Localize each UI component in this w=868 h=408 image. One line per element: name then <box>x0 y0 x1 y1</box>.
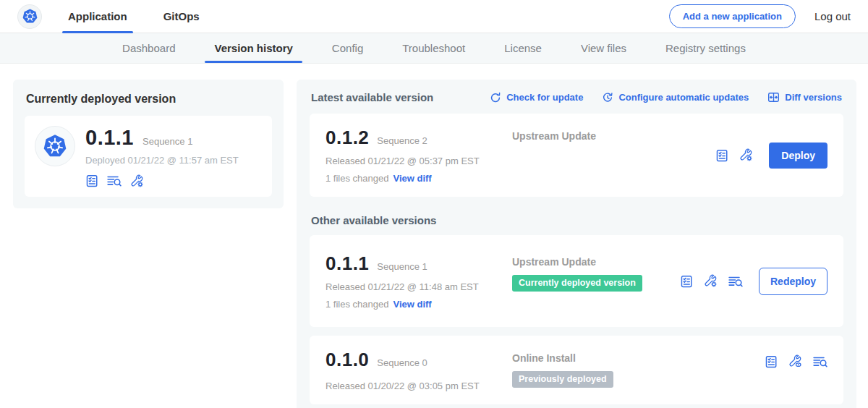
sequence-label: Sequence 2 <box>377 135 427 146</box>
preflight-checklist-icon[interactable] <box>85 174 98 188</box>
top-navbar: Application GitOps Add a new application… <box>0 0 868 33</box>
version-number: 0.1.1 <box>326 252 369 275</box>
diff-versions-link[interactable]: Diff versions <box>767 91 842 103</box>
version-number: 0.1.2 <box>326 127 369 149</box>
deployed-timestamp: Deployed 01/21/22 @ 11:57 am EST <box>85 155 239 166</box>
app-subnav: Dashboard Version history Config Trouble… <box>0 33 868 64</box>
subnav-tab-license[interactable]: License <box>485 33 561 63</box>
subnav-tab-troubleshoot[interactable]: Troubleshoot <box>383 33 485 63</box>
clock-refresh-icon <box>602 92 613 103</box>
wrench-eye-view-config-icon[interactable] <box>788 354 802 368</box>
view-diff-link[interactable]: View diff <box>393 173 431 184</box>
diff-icon <box>767 91 780 103</box>
subnav-tab-view-files[interactable]: View files <box>561 33 646 63</box>
deploy-logs-icon[interactable] <box>107 174 122 188</box>
version-source-label: Upstream Update <box>512 130 715 142</box>
released-timestamp: Released 01/21/22 @ 11:48 am EST <box>326 281 512 292</box>
main-content: Currently deployed version 0.1.1 Sequenc… <box>0 64 868 408</box>
available-versions-panel: Latest available version Check for updat… <box>297 80 856 408</box>
app-logo <box>17 4 42 29</box>
view-diff-link[interactable]: View diff <box>393 299 431 310</box>
refresh-icon <box>490 92 501 103</box>
preflight-checklist-icon[interactable] <box>765 355 778 368</box>
version-card-0-1-2: 0.1.2 Sequence 2 Released 01/21/22 @ 05:… <box>310 114 843 197</box>
deployed-version-card: 0.1.1 Sequence 1 Deployed 01/21/22 @ 11:… <box>25 116 272 197</box>
currently-deployed-badge: Currently deployed version <box>512 275 642 292</box>
logout-button[interactable]: Log out <box>814 10 851 22</box>
version-card-0-1-1: 0.1.1 Sequence 1 Released 01/21/22 @ 11:… <box>310 235 843 327</box>
previously-deployed-badge: Previously deployed <box>512 371 613 388</box>
subnav-tab-dashboard[interactable]: Dashboard <box>103 33 195 63</box>
released-timestamp: Released 01/21/22 @ 05:37 pm EST <box>326 156 512 166</box>
redeploy-button[interactable]: Redeploy <box>759 268 827 295</box>
kubernetes-logo-icon <box>20 7 40 26</box>
configure-automatic-updates-link[interactable]: Configure automatic updates <box>602 91 749 103</box>
deploy-button[interactable]: Deploy <box>769 143 827 169</box>
add-new-application-button[interactable]: Add a new application <box>669 4 796 28</box>
version-source-label: Online Install <box>512 352 765 364</box>
subnav-tab-config[interactable]: Config <box>312 33 383 63</box>
wrench-gear-config-icon[interactable] <box>130 174 144 188</box>
version-source-label: Upstream Update <box>512 256 680 268</box>
kubernetes-logo-icon <box>40 131 70 161</box>
sequence-label: Sequence 0 <box>377 357 427 368</box>
files-changed-label: 1 files changed <box>326 299 388 310</box>
version-card-0-1-0: 0.1.0 Sequence 0 Released 01/20/22 @ 03:… <box>310 336 843 404</box>
tab-application[interactable]: Application <box>67 0 129 33</box>
currently-deployed-title: Currently deployed version <box>26 93 272 106</box>
wrench-gear-config-icon[interactable] <box>739 148 753 162</box>
latest-available-title: Latest available version <box>311 91 433 103</box>
subnav-tab-version-history[interactable]: Version history <box>195 33 312 63</box>
deployed-version-number: 0.1.1 <box>85 126 134 150</box>
version-number: 0.1.0 <box>326 349 369 371</box>
deployed-sequence-label: Sequence 1 <box>142 136 192 147</box>
tab-gitops[interactable]: GitOps <box>162 0 201 33</box>
deploy-logs-icon[interactable] <box>813 355 827 368</box>
wrench-gear-config-icon[interactable] <box>704 274 718 288</box>
preflight-checklist-icon[interactable] <box>715 149 728 162</box>
released-timestamp: Released 01/20/22 @ 03:05 pm EST <box>326 381 512 391</box>
preflight-checklist-icon[interactable] <box>680 275 693 288</box>
check-for-update-link[interactable]: Check for update <box>490 91 583 103</box>
subnav-tab-registry-settings[interactable]: Registry settings <box>646 33 765 63</box>
files-changed-label: 1 files changed <box>326 173 388 184</box>
currently-deployed-card: Currently deployed version 0.1.1 Sequenc… <box>13 80 284 208</box>
other-available-title: Other available versions <box>311 214 842 226</box>
sequence-label: Sequence 1 <box>377 261 427 272</box>
deploy-logs-icon[interactable] <box>728 275 743 288</box>
app-icon-ring <box>35 126 75 166</box>
